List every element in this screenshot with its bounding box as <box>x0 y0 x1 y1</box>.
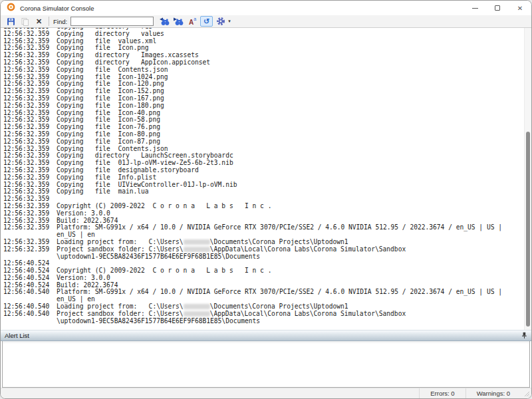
alert-list-header[interactable]: Alert List <box>1 330 531 341</box>
close-button[interactable]: ✕ <box>509 1 531 15</box>
log-row: 12:56:32.359Version: 3.0.0 <box>3 210 531 217</box>
minimize-button[interactable] <box>464 1 486 15</box>
find-previous-button[interactable] <box>158 16 171 27</box>
log-row: 12:56:32.359Project sandbox folder: C:\U… <box>3 246 531 253</box>
log-row: \uptodown1-9EC5BA82436F1577B64E6EF9F68B1… <box>3 253 531 261</box>
gear-icon <box>216 17 225 26</box>
maximize-icon <box>495 5 500 11</box>
alert-list-body[interactable] <box>2 341 530 388</box>
toolbar-separator <box>49 17 49 26</box>
redacted-username <box>184 247 210 252</box>
log-row: 12:56:32.359Copying file Info.plist <box>3 174 531 182</box>
find-next-binoculars-icon <box>174 17 184 26</box>
log-row: 12:56:32.359Copying file Contents.json <box>3 66 531 74</box>
resize-grip[interactable] <box>521 388 531 398</box>
match-case-button[interactable]: Aa <box>186 16 199 27</box>
maximize-button[interactable] <box>486 1 509 15</box>
redacted-username <box>184 304 210 309</box>
log-row: 12:56:32.359Copying directory values <box>3 31 531 38</box>
copy-button[interactable] <box>19 16 31 27</box>
toolbar: ✕ Find: A <box>1 15 531 28</box>
corona-console-window: Corona Simulator Console ✕ ✕ Find <box>0 0 532 399</box>
find-next-button[interactable] <box>172 16 185 27</box>
warnings-count: Warnings: 0 <box>477 390 510 397</box>
pin-icon <box>521 332 527 339</box>
save-icon <box>7 17 15 26</box>
redacted-username <box>184 311 210 317</box>
log-row: 12:56:32.359Copying file main.lua <box>3 188 531 196</box>
log-output-area[interactable]: 12:56:32.359Copying directory res12:56:3… <box>1 28 531 330</box>
errors-pane: Errors: 0 <box>419 388 465 398</box>
warnings-pane: Warnings: 0 <box>466 388 521 398</box>
redacted-username <box>184 239 210 245</box>
vertical-scrollbar[interactable] <box>524 28 531 330</box>
window-controls: ✕ <box>464 1 531 15</box>
settings-button[interactable] <box>214 16 227 27</box>
status-bar: Errors: 0 Warnings: 0 <box>1 388 531 398</box>
log-row: \uptodown1-9EC5BA82436F1577B64E6EF9F68B1… <box>3 318 531 325</box>
errors-count: Errors: 0 <box>430 390 454 397</box>
scrollbar-thumb[interactable] <box>526 132 530 327</box>
settings-dropdown-caret-icon[interactable]: ▾ <box>228 19 231 24</box>
clear-icon: ✕ <box>36 18 42 25</box>
find-previous-binoculars-icon <box>160 17 170 26</box>
log-lines: 12:56:32.359Copying directory res12:56:3… <box>1 28 531 325</box>
find-input[interactable] <box>70 17 154 26</box>
save-log-button[interactable] <box>5 16 17 27</box>
clear-log-button[interactable]: ✕ <box>33 16 45 27</box>
log-row: 12:56:32.359Copying file Icon-87.png <box>3 138 531 146</box>
find-label: Find: <box>53 18 67 25</box>
match-case-icon: Aa <box>189 15 196 27</box>
refresh-icon: ↺ <box>203 18 209 25</box>
copy-icon <box>21 17 29 26</box>
alert-list-title: Alert List <box>5 332 29 339</box>
resize-grip-icon <box>524 391 530 397</box>
window-title: Corona Simulator Console <box>20 5 94 12</box>
pin-panel-button[interactable] <box>521 332 527 339</box>
close-icon: ✕ <box>517 5 523 12</box>
log-row: 12:56:32.359Copying file Icon-180.png <box>3 102 531 110</box>
titlebar[interactable]: Corona Simulator Console ✕ <box>1 1 531 15</box>
minimize-icon <box>472 8 478 9</box>
corona-logo-icon <box>7 2 15 14</box>
auto-scroll-toggle-button[interactable]: ↺ <box>200 16 213 27</box>
